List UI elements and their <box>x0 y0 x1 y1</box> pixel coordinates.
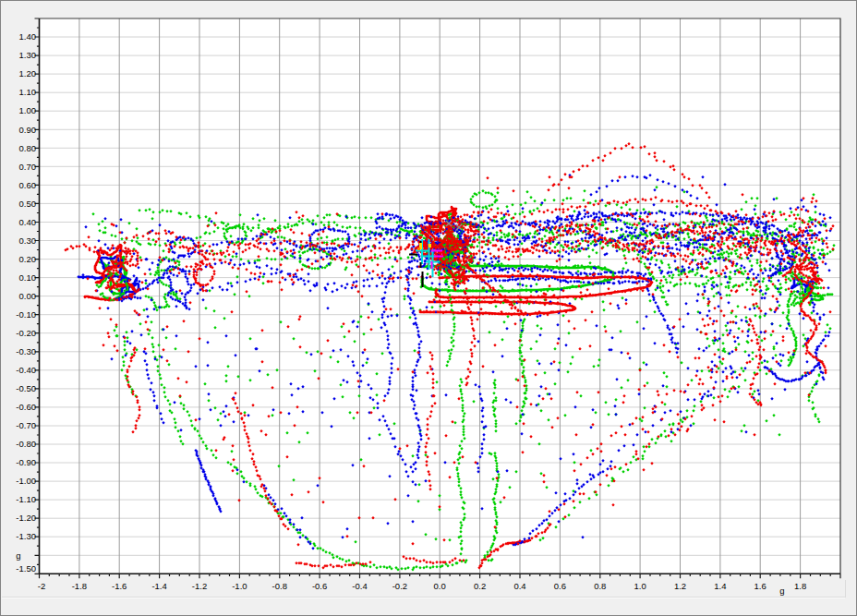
svg-text:0.00: 0.00 <box>19 291 37 301</box>
svg-text:0.80: 0.80 <box>19 143 37 153</box>
svg-text:-1.00: -1.00 <box>16 476 36 486</box>
svg-text:-0.70: -0.70 <box>16 420 36 430</box>
svg-text:-2: -2 <box>38 581 45 591</box>
svg-text:-1.50: -1.50 <box>16 563 36 574</box>
svg-text:-1.20: -1.20 <box>16 513 36 523</box>
svg-text:-0.60: -0.60 <box>16 402 36 412</box>
svg-text:-0.2: -0.2 <box>392 581 407 591</box>
svg-text:0.0: 0.0 <box>434 581 446 591</box>
svg-text:1.20: 1.20 <box>19 68 37 79</box>
svg-text:1.0: 1.0 <box>634 581 646 591</box>
svg-text:-0.30: -0.30 <box>16 346 36 356</box>
svg-text:-0.20: -0.20 <box>16 328 36 338</box>
svg-text:1.10: 1.10 <box>19 87 37 97</box>
svg-text:0.40: 0.40 <box>19 217 37 227</box>
svg-text:1.40: 1.40 <box>19 31 37 42</box>
svg-text:1.00: 1.00 <box>19 105 37 115</box>
svg-text:-1.6: -1.6 <box>112 581 127 591</box>
svg-text:1.8: 1.8 <box>794 581 806 591</box>
svg-text:-1.30: -1.30 <box>16 531 36 541</box>
svg-text:-1.2: -1.2 <box>192 581 207 591</box>
svg-text:-0.6: -0.6 <box>312 581 327 591</box>
svg-text:0.70: 0.70 <box>19 162 37 172</box>
svg-text:0.90: 0.90 <box>19 125 37 135</box>
svg-text:-1.4: -1.4 <box>151 581 166 591</box>
svg-text:-0.4: -0.4 <box>352 581 367 591</box>
svg-text:0.8: 0.8 <box>594 581 606 591</box>
svg-text:-1.10: -1.10 <box>16 494 36 504</box>
svg-text:0.30: 0.30 <box>19 236 37 246</box>
svg-text:g: g <box>779 586 784 596</box>
svg-text:0.6: 0.6 <box>554 581 566 591</box>
svg-text:0.20: 0.20 <box>19 254 37 264</box>
svg-text:1.4: 1.4 <box>714 581 726 591</box>
svg-text:1.6: 1.6 <box>754 581 766 591</box>
svg-text:1.30: 1.30 <box>19 50 37 60</box>
svg-text:-0.8: -0.8 <box>272 581 287 591</box>
svg-text:0.60: 0.60 <box>19 180 37 190</box>
svg-text:0.2: 0.2 <box>474 581 486 591</box>
svg-text:-0.80: -0.80 <box>16 439 36 449</box>
svg-text:-0.50: -0.50 <box>16 383 36 393</box>
svg-text:1.2: 1.2 <box>674 581 686 591</box>
svg-text:-0.10: -0.10 <box>16 309 36 320</box>
svg-text:0.50: 0.50 <box>19 199 37 209</box>
svg-text:-0.40: -0.40 <box>16 365 36 375</box>
svg-text:-1.8: -1.8 <box>72 581 87 591</box>
svg-text:0.10: 0.10 <box>19 272 37 283</box>
svg-text:-1.0: -1.0 <box>232 581 247 591</box>
svg-text:-0.90: -0.90 <box>16 457 36 467</box>
svg-text:0.4: 0.4 <box>513 581 525 591</box>
svg-text:g: g <box>16 550 20 561</box>
